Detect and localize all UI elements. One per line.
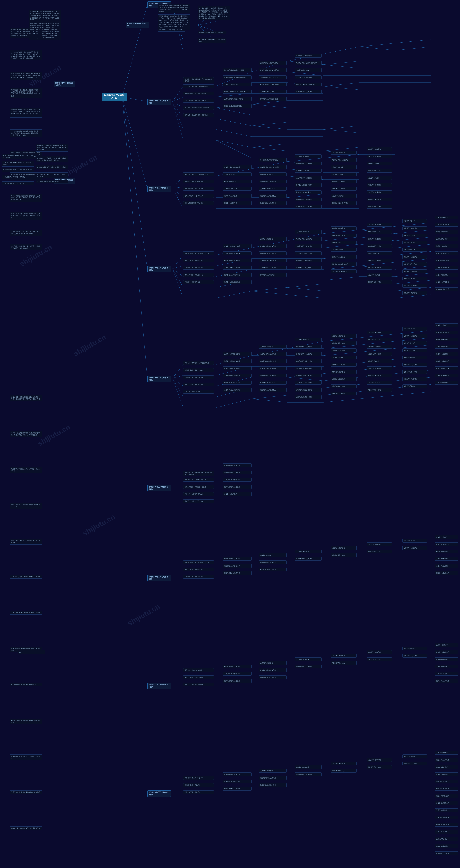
b7-n3: 积极参与工作，认真完成目标	[183, 575, 214, 579]
b4-n5: 积极工作，保持工作质量	[183, 280, 214, 284]
svg-line-53	[251, 147, 287, 151]
b3-f3: 积极工作，做好总结	[295, 169, 321, 173]
watermark-7: shijiutu.cn	[126, 602, 161, 627]
b4-i10: 认真工作，完成目标	[402, 284, 427, 288]
b3-g4: 认真完成工作目标	[331, 173, 357, 176]
b1-l1: 大家半年工作总结，普遍是一人回顾过去半年，未来下一阶段的展望，而且不仅如此，还可…	[29, 10, 61, 22]
b6-d1: 积极参与管理，认真工作	[223, 463, 251, 467]
b3-g2: 保持工作质量，认真总结	[331, 158, 357, 162]
b5-h8: 认真工作，完成任务	[367, 381, 392, 384]
b2-d2: 认真按照工作，做好各项工作管理	[223, 75, 251, 79]
b8-j3: 积极参与工作管理	[435, 657, 458, 661]
b4-e4: 认真做好工作，积极参与	[259, 259, 286, 262]
b4-n2: 保持工作认真，做好半年总结	[183, 259, 214, 262]
b3-e2: 认真做好工作总结，保持质量	[259, 165, 286, 169]
b3-h5: 认真做好工作总结	[367, 176, 392, 180]
b6-n3: 保持工作质量，认真完成各项任务	[183, 485, 214, 489]
b1-sub1-n5: 如好下班工作不到还有哪些工作不完了	[198, 31, 226, 34]
b4-n1: 认真做好各项管理工作，积极完成任务	[183, 251, 214, 255]
b5-e5: 保持工作认真，做好总结	[259, 374, 286, 377]
b5-h6: 积极工作，认真总结	[367, 367, 392, 370]
b2-d4: 积极做好各项管理工作，保持工作	[223, 90, 251, 94]
svg-line-131	[216, 291, 251, 298]
svg-line-150	[324, 244, 359, 248]
extra-left-5: 做好上半年工作总结，积极完成各项工作，认真参与	[10, 539, 42, 545]
b5-g5: 积极参与，做好总结	[331, 363, 357, 367]
svg-line-35	[216, 93, 251, 97]
b8-i1: 认真工作积极参与	[402, 647, 427, 650]
b7-j4: 认真完成工作目标	[435, 557, 458, 561]
b5-h3: 积极参与，保持质量	[367, 345, 392, 349]
b3-f4: 认真完成工作，保持质量	[295, 176, 321, 180]
b3-n2: 做好半年工作总结，找出不足	[183, 180, 214, 183]
b9-j1: 认真工作积极参与	[435, 751, 458, 755]
b3-e3: 积极参与，认真总结	[259, 173, 286, 176]
b4-g5: 积极参与，做好总结	[331, 255, 357, 259]
b4-h8: 认真工作，完成任务	[367, 273, 392, 277]
b4-g2: 保持工作质量，完成	[331, 234, 357, 237]
b2-n1: 管理工作，工作目标和工作内容，积极完成各项工作	[183, 77, 214, 83]
b2-f6: 积极完成工作，认真总结	[295, 90, 321, 94]
b5-n5: 积极工作，保持工作质量	[183, 390, 214, 394]
svg-line-111	[287, 158, 324, 162]
branch9-label: 财管部门半年工作总结怎么写图9	[147, 790, 171, 797]
svg-line-72	[324, 65, 359, 68]
b9-d2: 做好总结，认真参与工作	[223, 780, 251, 783]
b9-j13: 认真做好工作任务	[435, 837, 458, 841]
svg-line-4	[122, 97, 147, 378]
svg-line-219	[395, 338, 431, 341]
b4-e3: 积极参与，保持工作质量	[259, 251, 286, 255]
svg-line-162	[359, 262, 395, 266]
svg-line-149	[324, 237, 359, 241]
b4-h7: 做好工作，积极参与	[367, 266, 392, 270]
b9-j3: 积极参与工作管理	[435, 765, 458, 769]
svg-line-69	[324, 47, 359, 54]
b9-g2: 保持工作质量，认真	[331, 769, 357, 773]
b5-e1: 认真工作，积极参与	[259, 345, 286, 349]
b3-g7: 认真参与，完成任务	[331, 194, 357, 198]
b3-d4: 认真工作，做好总结	[223, 187, 251, 191]
extra-left-2: 半年工作总结要按照部门要求，认真完成各项工作任务，积极参与工作，保持工作质量	[10, 431, 42, 437]
svg-line-40	[216, 140, 251, 147]
b9-g1: 认真工作，积极参与	[331, 762, 357, 766]
svg-line-116	[287, 194, 324, 197]
b5-j5: 保持工作认真态度	[435, 352, 458, 356]
svg-line-30	[173, 378, 183, 386]
left-sub-n4: 4、规范整顿，保持工作，及时发现工作问题，进行整改	[36, 173, 68, 178]
svg-line-145	[287, 284, 324, 287]
b4-d6: 保持工作认真，完成目标	[223, 280, 251, 284]
b5-i1: 认真工作积极参与	[402, 327, 427, 331]
svg-line-218	[395, 331, 431, 334]
branch4-label: 财管部门半年工作总结怎么写图4	[147, 266, 171, 272]
branch6-label: 财管部门半年工作总结怎么写图6	[147, 485, 171, 491]
b4-i2: 做好工作，认真总结	[402, 226, 427, 230]
b4-d4: 认真做好工作，保持质量	[223, 266, 251, 270]
extra-left-6: 保持工作认真态度，积极完成工作，做好总结	[10, 575, 42, 579]
b3-h2: 做好工作，认真总结	[367, 154, 392, 158]
svg-line-19	[173, 176, 183, 188]
svg-line-76	[324, 126, 359, 129]
svg-line-71	[324, 61, 359, 65]
b5-f7: 认真参与，工作完成目标	[295, 381, 321, 384]
b3-g5: 做好总结，认真工作	[331, 180, 357, 183]
extra-left-3: 规范整顿，积极做好工作，认真总结，发现工作不足	[10, 467, 42, 473]
b2-e4: 积极参与管理，认真完成工作	[259, 83, 286, 86]
left-b3: 规范工作管理，认真做好工作总结，积极参与各项工作，保持工作质量，做好工作安排，认…	[10, 72, 42, 80]
b8-n3: 做好工作，认真完成目标任务	[183, 683, 214, 686]
b8-f2: 保持工作质量，认真总结	[295, 665, 321, 669]
svg-line-147	[287, 294, 324, 298]
mindmap-container: shijiutu.cn shijiutu.cn shijiutu.cn shij…	[0, 0, 460, 868]
b6-n5: 认真工作，积极完成工作目标	[183, 499, 214, 503]
b3-h7: 认真工作，完成目标	[367, 190, 392, 194]
b3-e6: 做好工作，认真总结不足	[259, 194, 286, 198]
b8-n1: 规范整顿，认真完成各项工作	[183, 668, 214, 672]
far-left-n5: 5、积极做好工作，完成工作工作	[2, 181, 34, 185]
b4-f1: 认真工作，积极完成	[295, 230, 321, 234]
svg-line-175	[395, 273, 431, 277]
b6-d2: 保持工作质量，认真完成	[223, 471, 251, 474]
b4-i9: 保持工作质量积极	[402, 277, 427, 280]
svg-line-146	[287, 287, 324, 291]
svg-line-46	[251, 101, 287, 104]
b4-e5: 保持工作认真，做好总结	[259, 266, 286, 270]
b2-n5: 在工作上认真完成任务目标，积极推进	[183, 106, 214, 110]
